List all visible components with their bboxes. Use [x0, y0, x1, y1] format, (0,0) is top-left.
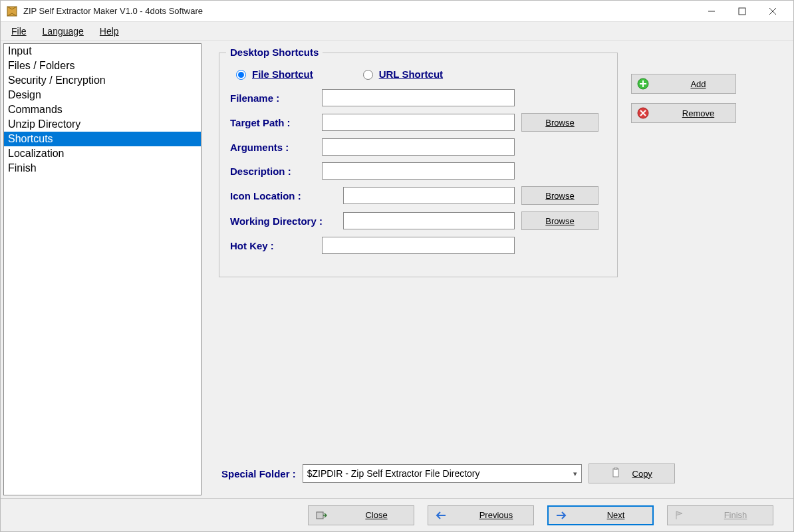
finish-button[interactable]: Finish — [667, 505, 773, 525]
content-top: Desktop Shortcuts File Shortcut URL Shor… — [219, 53, 781, 460]
target-path-label: Target Path : — [230, 117, 315, 128]
sidebar-item-input[interactable]: Input — [4, 44, 201, 59]
desktop-shortcuts-group: Desktop Shortcuts File Shortcut URL Shor… — [219, 53, 618, 277]
menu-language[interactable]: Language — [43, 26, 84, 37]
radio-file-shortcut[interactable]: File Shortcut — [233, 68, 313, 80]
svg-rect-8 — [614, 467, 617, 469]
menu-help[interactable]: Help — [100, 26, 119, 37]
side-buttons: Add Remove — [631, 74, 736, 123]
sidebar-item-files-folders[interactable]: Files / Folders — [4, 59, 201, 73]
arrow-left-icon — [435, 509, 447, 521]
add-icon — [637, 78, 649, 90]
close-window-button[interactable] — [757, 1, 788, 21]
sidebar-item-shortcuts[interactable]: Shortcuts — [4, 132, 201, 146]
arguments-label: Arguments : — [230, 142, 315, 153]
group-title: Desktop Shortcuts — [226, 47, 323, 58]
icon-location-label: Icon Location : — [230, 190, 315, 201]
close-icon — [315, 509, 327, 521]
menu-file[interactable]: File — [11, 26, 27, 37]
sidebar-item-design[interactable]: Design — [4, 88, 201, 102]
browse-icon-button[interactable]: Browse — [521, 186, 598, 205]
radio-url-shortcut[interactable]: URL Shortcut — [360, 68, 443, 80]
finish-icon — [674, 509, 686, 521]
app-icon — [6, 5, 18, 17]
close-button[interactable]: Close — [308, 505, 414, 525]
sidebar-item-unzip-directory[interactable]: Unzip Directory — [4, 117, 201, 132]
menubar: File Language Help — [1, 22, 793, 41]
arrow-right-icon — [555, 509, 567, 521]
radio-file-input[interactable] — [236, 70, 246, 80]
hot-key-input[interactable] — [322, 237, 515, 254]
add-button[interactable]: Add — [631, 74, 736, 94]
sidebar-item-commands[interactable]: Commands — [4, 102, 201, 117]
previous-button[interactable]: Previous — [428, 505, 534, 525]
special-folder-value: $ZIPDIR - Zip Self Extractor File Direct… — [307, 468, 480, 479]
svg-rect-2 — [739, 8, 745, 15]
filename-input[interactable] — [322, 89, 515, 106]
sidebar-item-finish[interactable]: Finish — [4, 161, 201, 176]
arguments-input[interactable] — [322, 138, 515, 156]
sidebar: Input Files / Folders Security / Encrypt… — [3, 43, 201, 495]
bottombar: Close Previous Next Finish — [1, 498, 793, 531]
working-dir-label: Working Directory : — [230, 215, 336, 227]
copy-button[interactable]: Copy — [589, 464, 675, 483]
radio-row: File Shortcut URL Shortcut — [230, 68, 606, 80]
svg-rect-0 — [7, 7, 17, 16]
clipboard-icon — [611, 467, 622, 480]
window-controls — [696, 1, 788, 21]
sidebar-item-localization[interactable]: Localization — [4, 146, 201, 161]
svg-rect-7 — [613, 469, 618, 477]
chevron-down-icon: ▾ — [573, 469, 577, 478]
svg-rect-9 — [317, 512, 323, 519]
working-dir-input[interactable] — [343, 212, 515, 229]
next-button[interactable]: Next — [547, 505, 654, 525]
window-title: ZIP Self Extractor Maker V1.0 - 4dots So… — [23, 6, 696, 16]
special-folder-label: Special Folder : — [221, 468, 296, 479]
radio-url-input[interactable] — [363, 70, 373, 80]
description-input[interactable] — [322, 162, 515, 180]
remove-icon — [637, 107, 649, 119]
special-folder-row: Special Folder : $ZIPDIR - Zip Self Extr… — [221, 460, 781, 493]
hot-key-label: Hot Key : — [230, 240, 315, 251]
remove-button[interactable]: Remove — [631, 103, 736, 123]
titlebar: ZIP Self Extractor Maker V1.0 - 4dots So… — [1, 1, 793, 22]
browse-target-button[interactable]: Browse — [521, 113, 598, 132]
sidebar-item-security[interactable]: Security / Encryption — [4, 73, 201, 88]
content-pane: Desktop Shortcuts File Shortcut URL Shor… — [201, 41, 793, 498]
main-area: Input Files / Folders Security / Encrypt… — [1, 41, 793, 498]
icon-location-input[interactable] — [343, 187, 515, 204]
maximize-button[interactable] — [727, 1, 757, 21]
filename-label: Filename : — [230, 92, 315, 104]
description-label: Description : — [230, 166, 315, 177]
minimize-button[interactable] — [696, 1, 727, 21]
browse-working-dir-button[interactable]: Browse — [521, 211, 598, 230]
target-path-input[interactable] — [322, 114, 515, 131]
special-folder-combo[interactable]: $ZIPDIR - Zip Self Extractor File Direct… — [303, 464, 582, 483]
